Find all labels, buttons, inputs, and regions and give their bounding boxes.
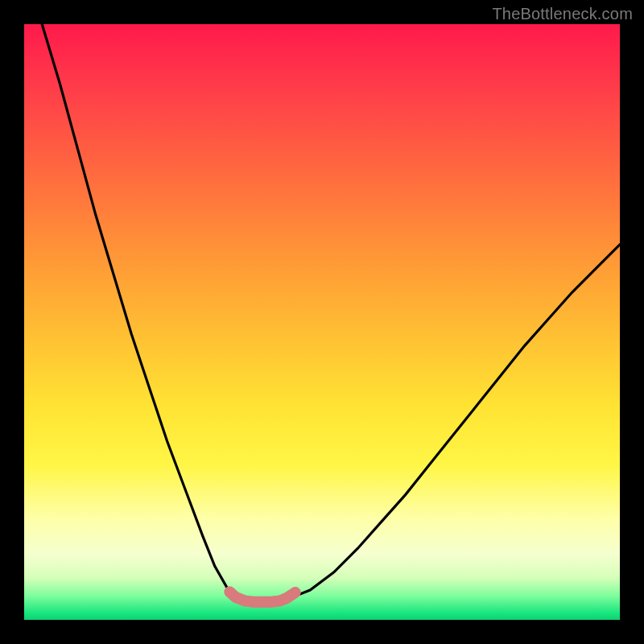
left-curve-path — [42, 24, 236, 597]
plot-area — [24, 24, 620, 620]
valley-marker — [287, 590, 297, 600]
valley-marker — [233, 594, 243, 604]
valley-marker — [225, 587, 234, 597]
right-curve-path — [292, 245, 620, 597]
chart-stage: TheBottleneck.com — [0, 0, 644, 644]
watermark-text: TheBottleneck.com — [492, 5, 633, 23]
curve-layer — [24, 24, 620, 620]
